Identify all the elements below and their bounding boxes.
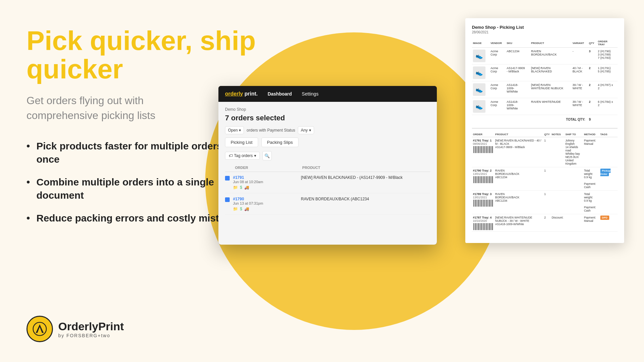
folder-icon: 📁 <box>233 185 238 190</box>
product-image-4: 👟 <box>473 100 485 113</box>
product-image-2: 👟 <box>473 66 485 79</box>
od-col-method: METHOD <box>583 132 599 137</box>
doc-date: 28/06/2021 <box>472 30 618 34</box>
od-col-tags: TAGS <box>599 132 618 137</box>
doc-divider <box>472 128 618 129</box>
od-col-order: ORDER <box>472 132 494 137</box>
order-product-1: [NEW] RAVEN BLACK/NAKED - (AS1417-9909 -… <box>301 175 430 180</box>
status-filter[interactable]: Open ▾ <box>225 126 244 134</box>
barcode-4: ||||||||||||| <box>473 222 493 230</box>
logo-icon <box>26 316 53 342</box>
app-logo: orderly print. <box>225 91 258 97</box>
order-icons-1: 📁 $ 🚚 <box>233 185 298 190</box>
truck-icon: 🚚 <box>244 185 249 190</box>
col-variant: VARIANT <box>572 39 588 48</box>
od-col-qty: QTY <box>543 132 551 137</box>
col-product: PRODUCT <box>530 39 572 48</box>
picking-list-button[interactable]: Picking List <box>225 138 258 147</box>
order-checkbox-1[interactable] <box>225 176 230 181</box>
dpd-badge: DPD <box>600 216 609 220</box>
col-sku: SKU <box>506 39 530 48</box>
app-content: Demo Shop 7 orders selected Open ▾ order… <box>218 102 437 245</box>
orders-title: 7 orders selected <box>225 114 430 122</box>
order-info-1: #1791 Jun 08 at 10:20am 📁 $ 🚚 <box>233 175 298 190</box>
packing-slips-button[interactable]: Packing Slips <box>261 138 299 147</box>
order-detail-row: #1791 Tray: 1 08/06/2021 ||||||||||||| [… <box>472 137 618 167</box>
col-order-tray: ORDERTRAY <box>597 39 618 48</box>
logo-area: OrderlyPrint by FORSBERG+two <box>26 316 124 342</box>
order-num-2[interactable]: #1790 <box>233 197 298 201</box>
logo-brand: OrderlyPrint <box>58 320 124 333</box>
truck-icon-2: 🚚 <box>244 207 249 211</box>
order-detail-row: #1789 Tray: 3 13/01/2021 ||||||||||||| R… <box>472 191 618 214</box>
barcode-2: ||||||||||||| <box>473 176 493 183</box>
headline: Pick quicker, ship quicker <box>26 26 258 83</box>
folder-icon-2: 📁 <box>233 207 238 211</box>
product-image-1: 👟 <box>473 50 485 62</box>
search-tag-row: 🏷 Tag orders ▾ 🔍 <box>225 151 430 160</box>
order-row: #1791 Jun 08 at 10:20am 📁 $ 🚚 [NEW] RAVE… <box>225 172 430 193</box>
doc-title: Demo Shop - Picking List <box>472 25 618 30</box>
product-image-3: 👟 <box>473 83 485 96</box>
order-info-2: #1790 Jun 13 at 07:31pm 📁 $ 🚚 <box>233 197 298 211</box>
tag-orders-button[interactable]: 🏷 Tag orders ▾ <box>225 152 260 160</box>
payment-filter[interactable]: Any ▾ <box>298 126 314 134</box>
tag-icon: 🏷 <box>229 153 233 158</box>
table-row: 👟 AcmeCorp AS1418-1009-W/White [NEW] RAV… <box>472 81 618 98</box>
barcode-1: ||||||||||||| <box>473 145 493 153</box>
order-checkbox-2[interactable] <box>225 197 230 202</box>
dollar-icon-2: $ <box>240 207 242 211</box>
table-row: 👟 AcmeCorp AS1417-9909- M/Black [NEW] RA… <box>472 64 618 81</box>
shop-name: Demo Shop <box>225 107 430 112</box>
table-row: 👟 AcmeCorp ABC1234 RAVENBORDEAUX/BACK - … <box>472 48 618 64</box>
order-date-2: Jun 13 at 07:31pm <box>233 201 298 205</box>
col-qty: QTY <box>588 39 597 48</box>
btn-row: Picking List Packing Slips <box>225 138 430 147</box>
logo-sub: by FORSBERG+two <box>58 333 124 338</box>
total-row: TOTAL QTY: 9 <box>472 115 618 124</box>
od-col-notes: NOTES <box>551 132 564 137</box>
col-image: IMAGE <box>472 39 489 48</box>
header-product: PRODUCT <box>302 166 430 170</box>
order-num-1[interactable]: #1791 <box>233 175 298 180</box>
order-row-2: #1790 Jun 13 at 07:31pm 📁 $ 🚚 RAVEN BORD… <box>225 193 430 215</box>
order-product-2: RAVEN BORDEAUX/BACK (ABC1234 <box>301 197 430 201</box>
order-icons-2: 📁 $ 🚚 <box>233 207 298 211</box>
filter-label: orders with Payment Status <box>247 128 295 133</box>
od-col-product: PRODUCT <box>494 132 543 137</box>
logo-text-wrap: OrderlyPrint by FORSBERG+two <box>58 320 124 338</box>
od-col-ship: SHIP TO <box>564 132 583 137</box>
app-window: orderly print. Dashboard Settings Demo S… <box>218 86 437 245</box>
order-detail-row: #1787 Tray: 4 10/10/2020 ||||||||||||| [… <box>472 214 618 232</box>
header-order: ORDER <box>235 166 299 170</box>
pickup-badge: Pickup Order <box>600 169 611 176</box>
col-vendor: VENDOR <box>489 39 506 48</box>
picking-doc: Demo Shop - Picking List 28/06/2021 IMAG… <box>465 18 624 243</box>
order-detail-table: ORDER PRODUCT QTY NOTES SHIP TO METHOD T… <box>472 132 618 232</box>
picking-table: IMAGE VENDOR SKU PRODUCT VARIANT QTY ORD… <box>472 39 618 123</box>
dollar-icon: $ <box>240 185 242 190</box>
app-navbar: orderly print. Dashboard Settings <box>218 86 437 102</box>
table-row: 👟 AcmeCorp AS1418-1009-W/White RAVEN WHI… <box>472 98 618 115</box>
nav-dashboard[interactable]: Dashboard <box>268 91 292 97</box>
header-checkbox-col <box>225 166 232 170</box>
order-date-1: Jun 08 at 10:20am <box>233 180 298 184</box>
order-detail-row: #1790 Tray: 2 13/01/2021 ||||||||||||| R… <box>472 167 618 191</box>
order-table-header: ORDER PRODUCT <box>225 164 430 172</box>
barcode-3: ||||||||||||| <box>473 199 493 206</box>
search-button[interactable]: 🔍 <box>262 151 272 160</box>
nav-settings[interactable]: Settings <box>302 91 319 97</box>
filter-row: Open ▾ orders with Payment Status Any ▾ <box>225 126 430 134</box>
